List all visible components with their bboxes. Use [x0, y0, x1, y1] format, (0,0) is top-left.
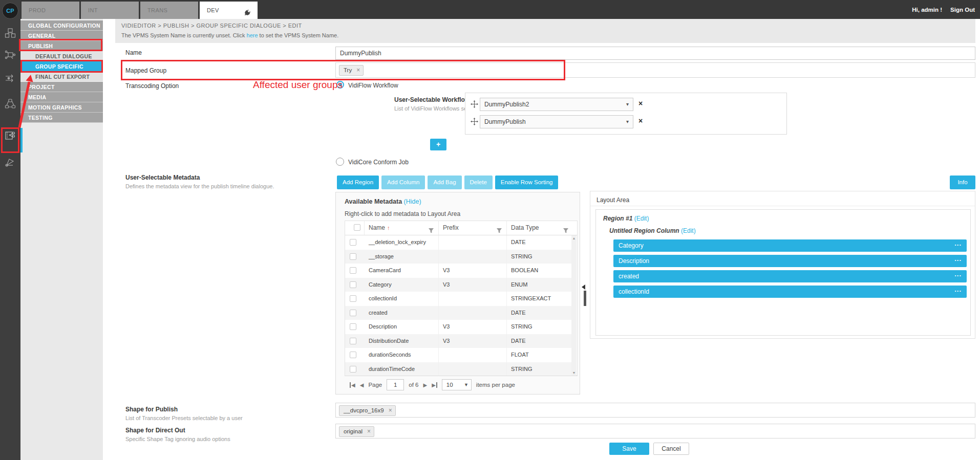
add-workflow-button[interactable]: +: [430, 139, 446, 150]
table-row[interactable]: DistributionDateV3DATE: [345, 334, 572, 348]
table-row[interactable]: createdDATE: [345, 306, 572, 320]
delete-workflow-icon[interactable]: ×: [638, 99, 643, 107]
prev-page-icon[interactable]: ◀: [360, 382, 364, 388]
add-column-button[interactable]: Add Column: [381, 176, 425, 189]
add-bag-button[interactable]: Add Bag: [428, 176, 461, 189]
layout-field[interactable]: Category ...: [613, 239, 967, 252]
remove-chip-icon[interactable]: ×: [356, 65, 360, 75]
chevron-down-icon[interactable]: ▾: [626, 98, 629, 111]
hide-link[interactable]: (Hide): [404, 198, 421, 205]
column-header-data-type[interactable]: Data Type: [507, 221, 573, 235]
remove-chip-icon[interactable]: ×: [367, 427, 371, 436]
table-row[interactable]: collectionIdSTRINGEXACT: [345, 292, 572, 306]
row-checkbox[interactable]: [350, 295, 356, 302]
table-row[interactable]: CategoryV3ENUM: [345, 278, 572, 292]
table-row[interactable]: __deletion_lock_expiryDATE: [345, 235, 572, 250]
enable-row-sorting-button[interactable]: Enable Row Sorting: [495, 176, 559, 189]
page-size-select[interactable]: 10 ▼: [442, 379, 472, 390]
nav-general[interactable]: GENERAL: [20, 31, 103, 41]
shape-direct-out-field[interactable]: original ×: [335, 424, 975, 439]
cancel-button[interactable]: Cancel: [653, 443, 689, 455]
nav-publish[interactable]: PUBLISH: [20, 41, 103, 51]
vidiflow-workflow-radio-label[interactable]: VidiFlow Workflow: [348, 82, 398, 89]
nav-global-configuration[interactable]: GLOBAL CONFIGURATION: [20, 20, 103, 31]
tab-trans[interactable]: TRANS: [140, 2, 198, 19]
row-checkbox[interactable]: [350, 338, 356, 344]
info-button[interactable]: Info: [950, 176, 975, 189]
last-page-icon[interactable]: ▶: [432, 382, 437, 388]
select-all-checkbox[interactable]: [354, 224, 360, 231]
tab-prod[interactable]: PROD: [22, 2, 79, 19]
avatar[interactable]: CP: [2, 3, 18, 19]
move-icon[interactable]: [471, 118, 478, 127]
delete-button[interactable]: Delete: [464, 176, 493, 189]
nav-final-cut-export[interactable]: FINAL CUT EXPORT: [20, 72, 103, 82]
row-checkbox[interactable]: [350, 366, 356, 373]
vpms-here-link[interactable]: here: [247, 32, 258, 38]
table-row[interactable]: durationSecondsFLOAT: [345, 348, 572, 362]
table-row[interactable]: __storageSTRING: [345, 250, 572, 264]
field-options-icon[interactable]: ...: [954, 237, 962, 250]
layout-field[interactable]: Description ...: [613, 255, 967, 267]
panel-splitter[interactable]: [584, 291, 586, 306]
nav-motion-graphics[interactable]: MOTION GRAPHICS: [20, 102, 103, 113]
table-scrollbar[interactable]: ▲ ▼: [571, 235, 577, 376]
layout-field[interactable]: created ...: [613, 270, 967, 282]
field-options-icon[interactable]: ...: [954, 253, 962, 265]
page-label: Page: [368, 382, 382, 388]
region-edit-link[interactable]: (Edit): [634, 215, 649, 222]
nav-testing[interactable]: TESTING: [20, 113, 103, 123]
delete-workflow-icon[interactable]: ×: [638, 117, 643, 125]
table-row[interactable]: durationTimeCodeSTRING: [345, 362, 572, 377]
lifecycle-icon[interactable]: [5, 98, 16, 111]
routing-icon[interactable]: [5, 73, 16, 85]
nav-project[interactable]: PROJECT: [20, 82, 103, 92]
page-input[interactable]: [387, 379, 404, 390]
move-icon[interactable]: [471, 100, 478, 110]
field-options-icon[interactable]: ...: [954, 268, 962, 280]
nav-group-specific-dialogue[interactable]: GROUP SPECIFIC DIALO...: [20, 61, 103, 72]
mapped-group-field[interactable]: Try ×: [335, 62, 975, 78]
scroll-down-icon[interactable]: ▼: [571, 371, 577, 375]
remove-chip-icon[interactable]: ×: [389, 406, 392, 415]
table-row[interactable]: CameraCardV3BOOLEAN: [345, 264, 572, 278]
nav-default-dialogue[interactable]: DEFAULT DIALOGUE: [20, 51, 103, 61]
layout-field[interactable]: collectionId ...: [613, 286, 967, 298]
workflow-select[interactable]: DummyPublish2 ▾: [480, 98, 633, 111]
tab-dev[interactable]: DEV: [200, 2, 258, 19]
row-checkbox[interactable]: [350, 239, 356, 246]
row-checkbox[interactable]: [350, 352, 356, 358]
first-page-icon[interactable]: ◀: [350, 382, 355, 388]
workflow-select[interactable]: DummyPublish ▾: [480, 115, 633, 128]
vidiflow-workflow-radio[interactable]: [336, 81, 344, 89]
add-region-button[interactable]: Add Region: [337, 176, 379, 189]
name-input[interactable]: [335, 47, 975, 60]
region-column-edit-link[interactable]: (Edit): [681, 227, 696, 234]
metadata-toolbar: Add Region Add Column Add Bag Delete Ena…: [337, 176, 558, 189]
nav-media[interactable]: MEDIA: [20, 92, 103, 102]
chevron-down-icon[interactable]: ▾: [626, 116, 629, 128]
vidieditor-icon[interactable]: [5, 130, 16, 142]
table-row[interactable]: DescriptionV3STRING: [345, 320, 572, 334]
row-checkbox[interactable]: [350, 281, 356, 288]
active-module-indicator: [20, 128, 23, 152]
vidicore-conform-radio-label[interactable]: VidiCore Conform Job: [348, 159, 409, 166]
sign-out-link[interactable]: Sign Out: [950, 7, 975, 13]
next-page-icon[interactable]: ▶: [423, 382, 427, 388]
row-checkbox[interactable]: [350, 253, 356, 260]
column-header-prefix[interactable]: Prefix: [439, 221, 507, 235]
field-options-icon[interactable]: ...: [954, 283, 962, 296]
scroll-up-icon[interactable]: ▲: [571, 236, 577, 240]
row-checkbox[interactable]: [350, 267, 356, 274]
save-button[interactable]: Save: [609, 443, 649, 455]
row-checkbox[interactable]: [350, 310, 356, 316]
tools-icon[interactable]: [5, 157, 16, 169]
row-checkbox[interactable]: [350, 323, 356, 330]
shape-publish-field[interactable]: __dvcpro_16x9 ×: [335, 403, 975, 418]
column-header-name[interactable]: Name↑: [365, 221, 439, 235]
tab-int[interactable]: INT: [81, 2, 139, 19]
collapse-panel-icon[interactable]: [582, 284, 585, 290]
vidicore-conform-radio[interactable]: [336, 158, 344, 166]
cubes-icon[interactable]: [5, 28, 16, 40]
automation-icon[interactable]: [5, 49, 16, 61]
